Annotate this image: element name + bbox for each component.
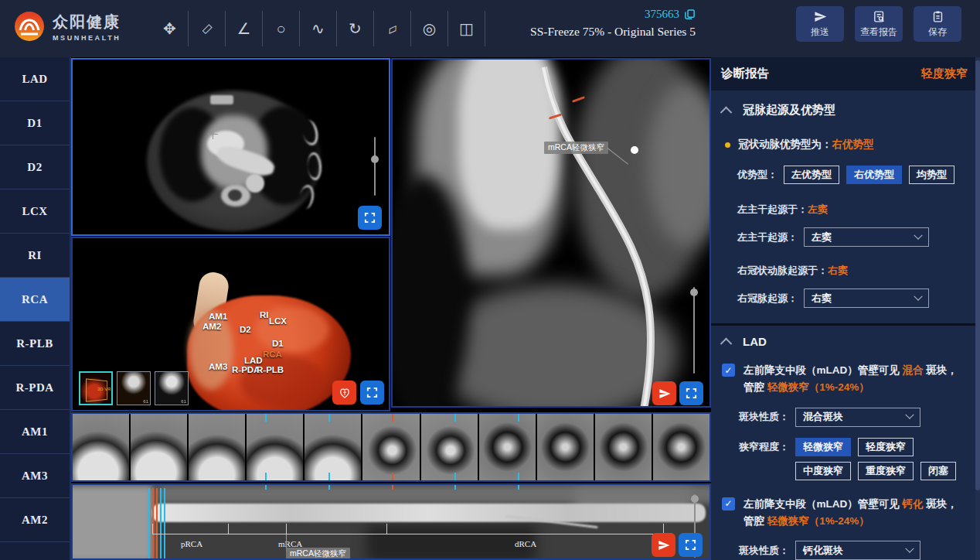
copy-icon[interactable] (684, 9, 696, 20)
heart-icon (338, 386, 352, 400)
overall-severity-badge: 轻度狭窄 (921, 67, 968, 81)
sidebar-item[interactable]: AM1 (0, 410, 70, 454)
sidebar-item[interactable]: RCA (0, 278, 70, 322)
polyline-tool-icon: ∿ (311, 21, 325, 36)
thumbnail-3d-vr[interactable]: 3D VR (79, 371, 113, 405)
view-report-icon (873, 10, 886, 23)
dominance-option-button[interactable]: 左优势型 (784, 166, 839, 184)
visibility-tool-icon: ◎ (423, 21, 436, 36)
rca-origin-select[interactable]: 右窦 (804, 289, 929, 308)
fullscreen-button[interactable] (360, 381, 384, 405)
sidebar-item[interactable]: R-PLB (0, 322, 70, 366)
sidebar-item[interactable]: LCX (0, 190, 70, 234)
rca-select-label: 右冠脉起源： (737, 292, 798, 306)
rotate-tool-icon: ↻ (349, 21, 362, 36)
slice-slider-thumb[interactable] (371, 155, 379, 163)
collapse-icon[interactable] (720, 107, 733, 119)
plaque-label: 斑块性质： (739, 544, 789, 558)
dominance-option-button[interactable]: 均势型 (909, 166, 954, 184)
report-body: 冠脉起源及优势型 冠状动脉优势型为：右优势型 优势型： 左优势型右优势型均势型 … (711, 90, 975, 560)
plaque-type-select[interactable]: 混合斑块 (795, 408, 920, 427)
axial-ct-viewport[interactable] (71, 58, 390, 236)
send-view-button[interactable] (652, 533, 675, 557)
series-title: SS-Freeze 75% - Original Series 5 (495, 25, 696, 39)
section-divider (711, 323, 975, 326)
origin-section-title: 冠脉起源及优势型 (743, 103, 835, 118)
cross-section-tiles (73, 414, 709, 480)
lm-origin-select[interactable]: 左窦 (804, 227, 929, 247)
stenosis-option-button[interactable]: 轻度狭窄 (858, 438, 914, 456)
vessel-label: RI (260, 310, 269, 319)
push-button[interactable]: 推送 (796, 6, 844, 42)
image-viewer: AM1AM2D2RILCXD1RCALADAM3R-PDAR-PLB 3D VR… (71, 57, 711, 560)
vessel-label: R-PLB (257, 365, 284, 374)
thumbnail-vessel-tree-1[interactable]: 61 (117, 371, 151, 405)
finding-checkbox[interactable]: ✓ (722, 364, 735, 377)
slice-slider-thumb[interactable] (690, 289, 698, 296)
heart-view-button[interactable] (332, 381, 356, 405)
vessel-label: LCX (269, 316, 287, 326)
ellipse-tool-icon: ○ (276, 21, 285, 36)
sidebar-item[interactable]: R-PDA (0, 366, 70, 410)
slice-slider[interactable] (374, 137, 376, 196)
thumbnail-vessel-tree-2[interactable]: 61 (155, 371, 189, 405)
chevron-down-icon (905, 544, 914, 552)
vessel-label: AM3 (209, 362, 227, 371)
segment-label-drca: dRCA (515, 539, 536, 548)
sidebar-item[interactable]: AM2 (0, 498, 70, 542)
scrollbar-thumb[interactable] (975, 60, 980, 490)
rca-origin-text: 右冠状动脉起源于：右窦 (737, 264, 848, 278)
stenosis-option-button[interactable]: 轻微狭窄 (795, 438, 851, 456)
fullscreen-button[interactable] (679, 533, 703, 557)
slice-slider[interactable] (693, 287, 695, 374)
save-button[interactable]: 保存 (914, 6, 961, 42)
brand-name-en: MSUNHEALTH (53, 34, 121, 42)
finding-checkbox[interactable]: ✓ (722, 497, 735, 510)
sidebar-item[interactable]: D1 (0, 101, 70, 145)
sidebar-item[interactable]: RI (0, 234, 70, 278)
send-icon (658, 539, 670, 551)
bullet-icon (725, 142, 730, 148)
report-scrollbar[interactable] (975, 57, 980, 560)
stenosis-option-button[interactable]: 闭塞 (920, 462, 956, 480)
chevron-down-icon (905, 411, 914, 419)
vessel-label: AM1 (209, 312, 227, 321)
send-icon (658, 388, 671, 400)
segment-label-prca: pRCA (181, 539, 202, 548)
slice-slider-thumb[interactable] (691, 495, 699, 503)
diagnosis-report-panel: 诊断报告 轻度狭窄 冠脉起源及优势型 冠状动脉优势型为：右优势型 优势型： 左优… (711, 57, 980, 560)
finding-text: 左前降支中段（mLAD）管壁可见 钙化 斑块，管腔 轻微狭窄（1%-24%） (744, 496, 965, 531)
plaque-type-select[interactable]: 钙化斑块 (795, 541, 920, 560)
sidebar-item[interactable]: AM3 (0, 454, 70, 498)
fullscreen-icon (363, 211, 376, 224)
stenosis-degree-label: 狭窄程度： (739, 440, 789, 454)
eraser-tool-icon: ▱ (385, 21, 400, 37)
stenosis-option-button[interactable]: 重度狭窄 (858, 462, 914, 480)
lad-section-title: LAD (743, 335, 767, 348)
curved-mpr-viewport[interactable]: mRCA轻微狭窄 (391, 58, 711, 408)
report-header: 诊断报告 轻度狭窄 (711, 57, 980, 90)
volume-3d-viewport[interactable]: AM1AM2D2RILCXD1RCALADAM3R-PDAR-PLB 3D VR… (71, 237, 390, 411)
sidebar-item[interactable]: LAD (0, 57, 70, 101)
report-title: 诊断报告 (721, 66, 769, 82)
send-icon (814, 10, 827, 23)
image-toolbar: ✥ ▭ ∠ ○ ∿ ↻ ▱ ◎ ◫ (151, 11, 485, 46)
msunhealth-logo-icon (14, 11, 45, 42)
collapse-icon[interactable] (720, 338, 733, 350)
stenosis-option-button[interactable]: 中度狭窄 (795, 462, 851, 480)
fullscreen-button[interactable] (679, 381, 703, 405)
vessel-label: D2 (240, 325, 251, 334)
sidebar-item[interactable]: D2 (0, 145, 70, 190)
send-view-button[interactable] (652, 381, 676, 405)
header-actions: 推送 查看报告 保存 (796, 6, 961, 42)
stenosis-options: 轻微狭窄轻度狭窄中度狭窄重度狭窄闭塞 (795, 438, 975, 480)
dominance-option-button[interactable]: 右优势型 (846, 166, 902, 184)
lumen-cross-sections[interactable] (71, 412, 711, 482)
view-report-button[interactable]: 查看报告 (855, 6, 903, 42)
vessel-label: D1 (272, 339, 284, 348)
app-logo: 众阳健康 MSUNHEALTH (14, 11, 121, 42)
fullscreen-button[interactable] (358, 206, 382, 230)
stenosis-value: 轻微狭窄（1%-24%） (767, 381, 869, 393)
plaque-type-value: 混合 (903, 364, 924, 376)
straightened-lumen-viewport[interactable]: pRCA mRCA dRCA mRCA轻微狭窄 (71, 483, 711, 560)
